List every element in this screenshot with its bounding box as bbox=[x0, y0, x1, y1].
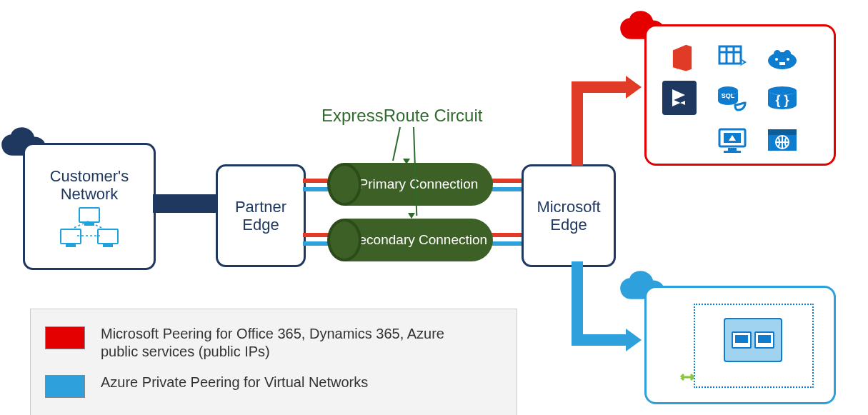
hdinsight-icon bbox=[762, 39, 802, 76]
svg-point-24 bbox=[686, 376, 688, 378]
legend-box: Microsoft Peering for Office 365, Dynami… bbox=[30, 309, 517, 415]
microsoft-edge-label: Microsoft Edge bbox=[537, 198, 600, 234]
code-braces-icon: { } bbox=[762, 81, 802, 118]
customer-network-box: Customer's Network bbox=[23, 143, 156, 270]
legend-swatch-red bbox=[45, 326, 85, 349]
customer-network-label: Customer's Network bbox=[50, 167, 129, 204]
legend-swatch-blue bbox=[45, 375, 85, 398]
network-icon bbox=[57, 207, 121, 246]
svg-point-5 bbox=[768, 52, 797, 69]
er-arrowhead-2 bbox=[408, 213, 415, 219]
vnet-vm-icon bbox=[724, 318, 782, 362]
sql-database-icon: SQL bbox=[712, 81, 752, 118]
partner-edge-label: Partner Edge bbox=[235, 198, 286, 234]
microsoft-edge-box: Microsoft Edge bbox=[522, 164, 616, 267]
diagram-canvas: Customer's Network Partner Edge Primary … bbox=[0, 0, 868, 415]
svg-point-8 bbox=[775, 58, 778, 61]
website-icon bbox=[762, 122, 802, 159]
legend-row-private-peering: Azure Private Peering for Virtual Networ… bbox=[45, 374, 502, 398]
svg-rect-21 bbox=[768, 129, 797, 135]
office-365-icon bbox=[662, 39, 702, 76]
legend-text-ms-peering: Microsoft Peering for Office 365, Dynami… bbox=[101, 325, 472, 361]
svg-text:{ }: { } bbox=[775, 93, 789, 107]
svg-point-7 bbox=[784, 50, 791, 57]
er-arrow-1 bbox=[392, 127, 401, 161]
vnet-peering-icon bbox=[675, 369, 699, 385]
vm-monitor-icon bbox=[712, 122, 752, 159]
public-services-box: SQL { } bbox=[644, 24, 836, 166]
legend-row-ms-peering: Microsoft Peering for Office 365, Dynami… bbox=[45, 325, 502, 361]
svg-rect-19 bbox=[724, 151, 741, 153]
expressroute-title: ExpressRoute Circuit bbox=[321, 106, 482, 126]
private-peering-pipe-h bbox=[572, 334, 626, 346]
partner-edge-box: Partner Edge bbox=[216, 164, 306, 267]
svg-point-6 bbox=[774, 50, 781, 57]
svg-point-9 bbox=[787, 58, 789, 61]
dynamics-365-icon bbox=[662, 81, 697, 115]
svg-rect-18 bbox=[728, 148, 737, 151]
primary-connection-cylinder: Primary Connection bbox=[344, 163, 493, 206]
svg-rect-0 bbox=[719, 46, 741, 64]
private-services-box bbox=[644, 286, 836, 404]
private-peering-arrowhead bbox=[626, 329, 642, 351]
azure-table-icon bbox=[712, 39, 752, 76]
public-services-grid: SQL { } bbox=[647, 26, 834, 172]
secondary-connection-label: Secondary Connection bbox=[350, 232, 487, 248]
ms-peering-pipe-h bbox=[572, 81, 626, 93]
legend-text-private-peering: Azure Private Peering for Virtual Networ… bbox=[101, 374, 368, 391]
er-arrowhead-1 bbox=[403, 159, 410, 164]
ms-peering-arrowhead bbox=[626, 76, 642, 99]
customer-to-partner-link bbox=[153, 194, 217, 213]
svg-point-23 bbox=[682, 376, 684, 378]
svg-rect-10 bbox=[779, 62, 785, 65]
svg-point-25 bbox=[689, 376, 692, 378]
svg-text:SQL: SQL bbox=[722, 92, 735, 99]
ms-peering-pipe-v bbox=[572, 81, 583, 166]
primary-connection-label: Primary Connection bbox=[359, 176, 479, 192]
private-peering-pipe-v bbox=[572, 261, 583, 346]
secondary-connection-cylinder: Secondary Connection bbox=[344, 219, 493, 261]
